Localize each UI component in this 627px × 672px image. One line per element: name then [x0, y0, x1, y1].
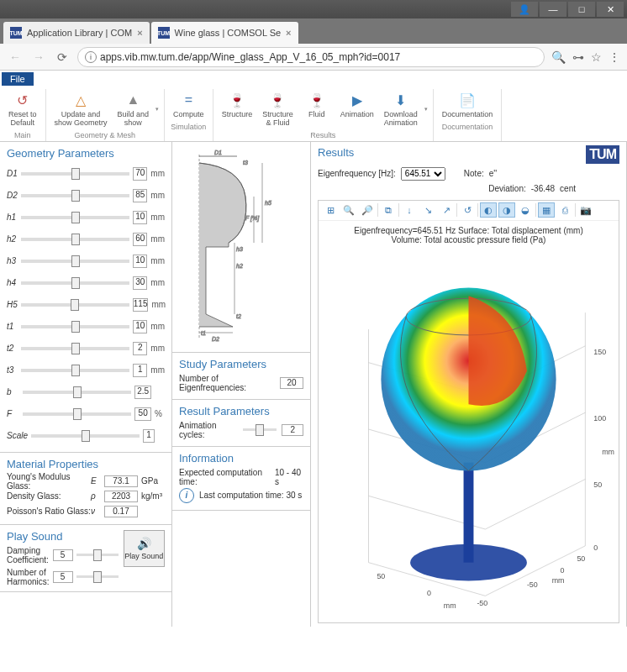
param-F-slider[interactable]	[23, 412, 131, 416]
window-titlebar: 👤 — □ ✕	[0, 0, 627, 18]
param-h2-slider[interactable]	[21, 238, 129, 241]
maximize-button[interactable]: □	[568, 2, 595, 17]
file-menu[interactable]: File	[2, 72, 34, 86]
harmonics-value[interactable]: 5	[53, 571, 73, 583]
zoom-extents-icon[interactable]: ⊞	[322, 202, 339, 218]
print-icon[interactable]: ⎙	[556, 202, 573, 218]
view-default-icon[interactable]: ↺	[459, 202, 476, 218]
damping-value[interactable]: 5	[53, 549, 73, 561]
ribbon-reset-to-default-button[interactable]: ↺Reset to Default	[3, 89, 42, 129]
material-unit: kg/m³	[138, 491, 165, 501]
url-input[interactable]: i apps.vib.mw.tum.de/app/Wine_glass_App_…	[77, 47, 545, 67]
svg-text:mm: mm	[602, 448, 614, 456]
reload-button[interactable]: ⟳	[54, 49, 71, 66]
back-button[interactable]: ←	[7, 49, 24, 66]
ribbon-animation-button[interactable]: ▶Animation	[335, 89, 379, 129]
param-Scale-slider[interactable]	[31, 434, 140, 438]
zoom-out-icon[interactable]: 🔎	[359, 202, 376, 218]
view-yz-icon[interactable]: ↘	[419, 202, 436, 218]
ribbon-structure-fluid-button[interactable]: 🍷Structure & Fluid	[257, 89, 298, 129]
param-H5-value[interactable]: 115	[133, 298, 149, 312]
close-icon[interactable]: ×	[137, 28, 142, 38]
plot-area[interactable]: Eigenfrequency=645.51 Hz Surface: Total …	[319, 221, 619, 622]
svg-text:-50: -50	[477, 599, 487, 607]
param-h4-value[interactable]: 30	[133, 276, 147, 290]
param-h4-slider[interactable]	[21, 281, 129, 285]
param-h3-slider[interactable]	[21, 260, 129, 263]
damping-slider[interactable]	[76, 554, 119, 556]
close-icon[interactable]: ×	[286, 28, 291, 38]
zoom-in-icon[interactable]: 🔍	[340, 202, 357, 218]
ribbon-update-and-show-geometry-button[interactable]: △Update and show Geometry	[50, 89, 113, 129]
param-F-value[interactable]: 50	[134, 407, 151, 421]
expected-time-value: 10 - 40 s	[275, 468, 303, 486]
param-t3-slider[interactable]	[21, 369, 129, 372]
transparency-icon[interactable]: ▦	[538, 202, 555, 218]
ribbon-group-label: Geometry & Mesh	[75, 129, 136, 141]
param-D2-value[interactable]: 85	[133, 189, 147, 202]
chrome-user-icon[interactable]: 👤	[511, 2, 538, 17]
ribbon-build-and-show-button[interactable]: ▲Build and show	[113, 89, 155, 129]
chevron-down-icon[interactable]: ▾	[423, 106, 429, 113]
anim-cycles-label: Animation cycles:	[179, 421, 238, 439]
eigenfreq-select[interactable]: 645.51	[401, 167, 445, 181]
param-t1-slider[interactable]	[21, 325, 129, 328]
anim-cycles-slider[interactable]	[243, 428, 277, 431]
param-t2-slider[interactable]	[21, 347, 129, 350]
deviation-value: -36.48	[531, 184, 555, 193]
view-xz-icon[interactable]: ↗	[438, 202, 455, 218]
material-value[interactable]: 2203	[104, 491, 138, 502]
ribbon-download-animation-button[interactable]: ⬇Download Animation	[379, 89, 423, 129]
chevron-down-icon[interactable]: ▾	[154, 106, 161, 113]
material-value[interactable]: 73.1	[104, 475, 138, 487]
param-D1-value[interactable]: 70	[133, 167, 147, 181]
minimize-button[interactable]: —	[540, 2, 566, 17]
svg-text:150: 150	[593, 348, 606, 356]
svg-text:0: 0	[561, 565, 565, 574]
section-title: Material Properties	[7, 458, 165, 470]
light-1-icon[interactable]: ◐	[480, 202, 497, 218]
close-button[interactable]: ✕	[597, 2, 624, 17]
material-properties-section: Material Properties Young's Modulus Glas…	[0, 453, 171, 525]
param-b-slider[interactable]	[23, 391, 131, 394]
tab-label: Application Library | COM	[27, 28, 132, 38]
light-2-icon[interactable]: ◑	[498, 202, 515, 218]
param-b-value[interactable]: 2.5	[134, 386, 151, 399]
param-h3-value[interactable]: 10	[133, 255, 147, 268]
harmonics-label: Number of Harmonics:	[7, 568, 50, 586]
param-h1-value[interactable]: 10	[133, 211, 147, 224]
ribbon-compute-button[interactable]: =Compute	[168, 89, 209, 121]
material-value[interactable]: 0.17	[104, 506, 138, 517]
deviation-label: Deviation:	[488, 184, 525, 193]
zoom-box-icon[interactable]: ⧉	[380, 202, 397, 218]
note-label: Note:	[464, 169, 484, 178]
param-t1-value[interactable]: 10	[133, 320, 147, 333]
anim-cycles-value[interactable]: 2	[282, 424, 303, 436]
play-sound-button[interactable]: 🔊 Play Sound	[124, 530, 165, 567]
eigen-count-value[interactable]: 20	[280, 377, 303, 389]
forward-button[interactable]: →	[30, 49, 47, 66]
light-3-icon[interactable]: ◒	[517, 202, 534, 218]
ribbon-fluid-button[interactable]: 🍷Fluid	[298, 89, 335, 129]
harmonics-slider[interactable]	[76, 575, 119, 578]
param-H5-slider[interactable]	[21, 303, 129, 307]
param-Scale-value[interactable]: 1	[143, 429, 155, 443]
param-unit: mm	[150, 213, 165, 222]
tab-app-library[interactable]: TUM Application Library | COM ×	[3, 22, 150, 44]
param-h1-slider[interactable]	[21, 216, 129, 219]
ribbon-structure-button[interactable]: 🍷Structure	[217, 89, 258, 129]
view-xy-icon[interactable]: ↓	[401, 202, 418, 218]
param-t3-value[interactable]: 1	[133, 364, 147, 377]
star-icon[interactable]: ☆	[591, 50, 602, 64]
ribbon-documentation-button[interactable]: 📄Documentation	[437, 89, 498, 121]
key-icon[interactable]: ⊶	[572, 50, 584, 64]
param-t2-value[interactable]: 2	[133, 342, 147, 355]
zoom-icon[interactable]: 🔍	[551, 50, 566, 64]
menu-icon[interactable]: ⋮	[609, 50, 620, 64]
snapshot-icon[interactable]: 📷	[577, 202, 594, 218]
site-info-icon[interactable]: i	[85, 51, 97, 63]
param-h2-value[interactable]: 60	[133, 233, 147, 246]
tab-wine-glass[interactable]: TUM Wine glass | COMSOL Se ×	[151, 22, 298, 44]
param-D2-slider[interactable]	[21, 194, 129, 197]
param-D1-slider[interactable]	[21, 172, 129, 176]
